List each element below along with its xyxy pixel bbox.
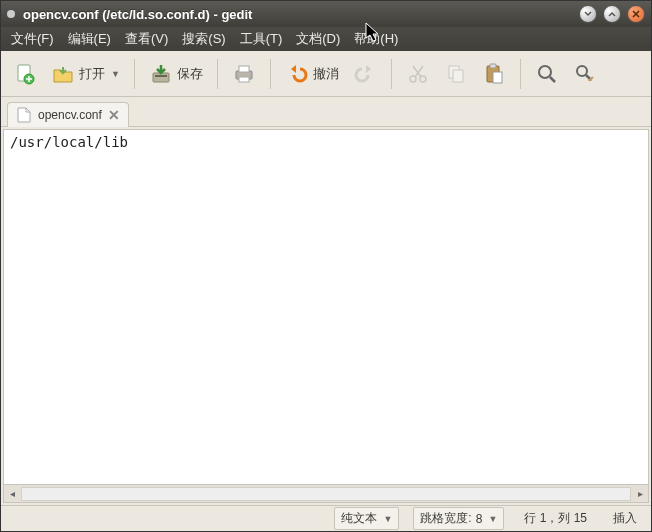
open-label: 打开 [79, 65, 105, 83]
paste-icon [482, 62, 506, 86]
toolbar-separator [134, 59, 135, 89]
tabbar: opencv.conf ✕ [1, 97, 651, 127]
insert-mode: 插入 [607, 508, 643, 529]
modified-indicator [7, 10, 15, 18]
menu-edit[interactable]: 编辑(E) [62, 28, 117, 50]
menu-search[interactable]: 搜索(S) [176, 28, 231, 50]
open-icon [51, 62, 75, 86]
text-editor[interactable]: /usr/local/lib [3, 129, 649, 485]
new-file-icon [13, 62, 37, 86]
toolbar-separator [217, 59, 218, 89]
cut-button [402, 58, 434, 90]
menu-file[interactable]: 文件(F) [5, 28, 60, 50]
paste-button[interactable] [478, 58, 510, 90]
undo-icon [285, 62, 309, 86]
new-file-button[interactable] [9, 58, 41, 90]
svg-rect-6 [239, 77, 249, 82]
find-replace-button[interactable] [569, 58, 601, 90]
editor-container: /usr/local/lib ◂ ▸ [1, 127, 651, 505]
minimize-button[interactable] [579, 5, 597, 23]
chevron-down-icon: ▼ [488, 514, 497, 524]
scroll-right-icon[interactable]: ▸ [632, 486, 648, 502]
find-replace-icon [573, 62, 597, 86]
syntax-label: 纯文本 [341, 510, 377, 527]
cut-icon [406, 62, 430, 86]
menu-documents[interactable]: 文档(D) [290, 28, 346, 50]
menu-tools[interactable]: 工具(T) [234, 28, 289, 50]
tab-close-icon[interactable]: ✕ [108, 107, 120, 123]
toolbar-separator [391, 59, 392, 89]
undo-button[interactable]: 撤消 [281, 58, 343, 90]
scroll-left-icon[interactable]: ◂ [4, 486, 20, 502]
svg-rect-3 [155, 75, 167, 77]
save-label: 保存 [177, 65, 203, 83]
toolbar: 打开 ▼ 保存 撤消 [1, 51, 651, 97]
tabwidth-value: 8 [476, 512, 483, 526]
scroll-track[interactable] [21, 487, 631, 501]
save-icon [149, 62, 173, 86]
print-button[interactable] [228, 58, 260, 90]
open-button[interactable]: 打开 ▼ [47, 58, 124, 90]
svg-rect-13 [493, 72, 502, 83]
toolbar-separator [520, 59, 521, 89]
menu-help[interactable]: 帮助(H) [348, 28, 404, 50]
svg-rect-10 [453, 70, 463, 82]
syntax-selector[interactable]: 纯文本 ▼ [334, 507, 399, 530]
document-icon [16, 107, 32, 123]
maximize-button[interactable] [603, 5, 621, 23]
svg-rect-12 [490, 64, 496, 68]
print-icon [232, 62, 256, 86]
redo-icon [353, 62, 377, 86]
svg-point-14 [539, 66, 551, 78]
gedit-window: opencv.conf (/etc/ld.so.conf.d) - gedit … [0, 0, 652, 532]
save-button[interactable]: 保存 [145, 58, 207, 90]
copy-icon [444, 62, 468, 86]
titlebar[interactable]: opencv.conf (/etc/ld.so.conf.d) - gedit [1, 1, 651, 27]
tab-opencv-conf[interactable]: opencv.conf ✕ [7, 102, 129, 127]
cursor-position: 行 1，列 15 [518, 508, 593, 529]
statusbar: 纯文本 ▼ 跳格宽度: 8 ▼ 行 1，列 15 插入 [1, 505, 651, 531]
toolbar-separator [270, 59, 271, 89]
close-button[interactable] [627, 5, 645, 23]
horizontal-scrollbar[interactable]: ◂ ▸ [3, 485, 649, 503]
tab-label: opencv.conf [38, 108, 102, 122]
search-icon [535, 62, 559, 86]
svg-rect-5 [239, 66, 249, 72]
window-controls [579, 5, 645, 23]
menu-view[interactable]: 查看(V) [119, 28, 174, 50]
menubar: 文件(F) 编辑(E) 查看(V) 搜索(S) 工具(T) 文档(D) 帮助(H… [1, 27, 651, 51]
svg-point-15 [577, 66, 587, 76]
tabwidth-selector[interactable]: 跳格宽度: 8 ▼ [413, 507, 504, 530]
find-button[interactable] [531, 58, 563, 90]
redo-button [349, 58, 381, 90]
copy-button [440, 58, 472, 90]
window-title: opencv.conf (/etc/ld.so.conf.d) - gedit [23, 7, 571, 22]
chevron-down-icon: ▼ [383, 514, 392, 524]
tabwidth-label: 跳格宽度: [420, 510, 471, 527]
undo-label: 撤消 [313, 65, 339, 83]
chevron-down-icon: ▼ [111, 69, 120, 79]
